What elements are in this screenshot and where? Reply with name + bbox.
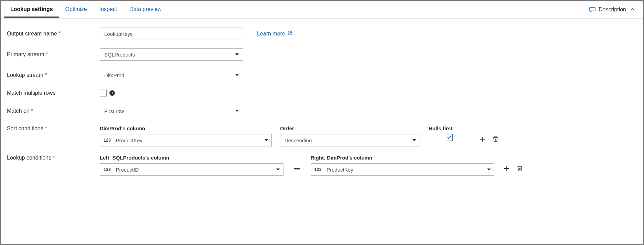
lookup-conditions-block: Left: SQLProducts's column 123 ProductID… [100,155,524,176]
sort-order-select[interactable]: Descending [280,134,420,146]
delete-sort-condition-button[interactable] [491,135,500,143]
description-toggle[interactable]: Description [589,6,640,13]
chevron-down-icon [412,139,416,141]
datatype-integer-icon: 123 [314,167,322,172]
tab-optimize[interactable]: Optimize [59,1,93,18]
form-body: Output stream name LookupKeys Learn more… [1,19,643,244]
label-match-on: Match on [7,108,100,114]
match-on-select[interactable]: First row [100,105,243,117]
lookup-right-value: ProductKey [326,167,353,173]
lookup-right-header: Right: DimProd's column [311,155,494,161]
label-lookup-stream: Lookup stream [7,72,100,78]
add-sort-condition-button[interactable] [478,135,486,143]
datatype-integer-icon: 123 [104,138,111,143]
lookup-left-value: ProductID [116,167,139,173]
equals-operator: == [292,163,302,176]
chevron-down-icon [235,110,239,112]
sort-column-value: ProductKey [116,137,143,143]
label-match-multiple-rows: Match multiple rows [7,90,100,96]
nulls-first-header: Nulls first [429,125,452,131]
chevron-down-icon [235,74,239,76]
primary-stream-value: SQLProducts [104,52,135,58]
lookup-left-select[interactable]: 123 ProductID [100,163,283,176]
label-output-stream-name: Output stream name [7,31,100,37]
chevron-down-icon [487,169,491,171]
lookup-stream-select[interactable]: DimProd [100,69,243,81]
primary-stream-select[interactable]: SQLProducts [100,48,243,61]
chevron-down-icon [276,169,280,171]
chevron-up-icon [629,6,636,13]
lookup-settings-panel: Lookup settings Optimize Inspect Data pr… [0,0,644,245]
chevron-down-icon [265,139,268,141]
lookup-right-select[interactable]: 123 ProductKey [311,163,494,176]
learn-more-link[interactable]: Learn more [257,31,292,37]
label-lookup-conditions: Lookup conditions [7,155,100,161]
tab-data-preview[interactable]: Data preview [123,1,168,18]
sort-order-header: Order [280,125,420,131]
external-link-icon [287,31,292,37]
label-primary-stream: Primary stream [7,51,100,58]
add-lookup-condition-button[interactable] [503,164,511,173]
tab-bar: Lookup settings Optimize Inspect Data pr… [1,1,643,19]
comment-icon [589,6,596,13]
sort-order-value: Descending [285,137,312,143]
info-icon[interactable]: i [109,90,115,96]
chevron-down-icon [235,53,239,55]
match-multiple-rows-checkbox[interactable] [100,90,107,96]
tab-lookup-settings[interactable]: Lookup settings [4,1,59,18]
lookup-stream-value: DimProd [104,72,124,78]
sort-column-select[interactable]: 123 ProductKey [100,134,272,146]
tab-inspect[interactable]: Inspect [93,1,124,18]
sort-column-header: DimProd's column [100,125,272,131]
sort-conditions-block: DimProd's column 123 ProductKey Order De… [100,125,500,146]
output-stream-name-input[interactable]: LookupKeys [100,28,243,40]
datatype-integer-icon: 123 [104,167,111,172]
description-label: Description [599,7,626,13]
match-on-value: First row [104,108,124,114]
delete-lookup-condition-button[interactable] [516,164,524,173]
lookup-left-header: Left: SQLProducts's column [100,155,283,161]
learn-more-label: Learn more [257,31,285,37]
nulls-first-checkbox[interactable] [446,134,453,141]
label-sort-conditions: Sort conditions [7,125,100,132]
